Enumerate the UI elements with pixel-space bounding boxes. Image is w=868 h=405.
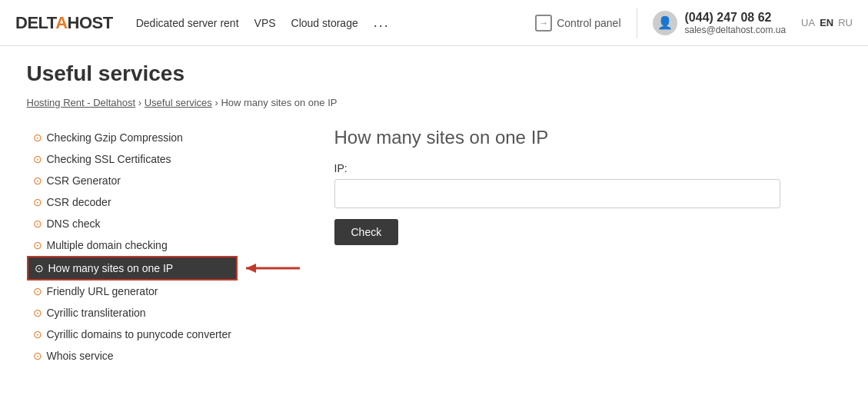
header-divider — [637, 8, 637, 38]
control-panel-label: Control panel — [557, 17, 620, 29]
sidebar-label-4: DNS check — [47, 217, 101, 230]
sidebar-label-8: Cyrillic transliteration — [47, 307, 146, 319]
lang-en[interactable]: EN — [820, 17, 833, 28]
check-button[interactable]: Check — [334, 219, 399, 245]
logo[interactable]: DELTAHOST — [15, 13, 113, 33]
red-arrow-icon — [242, 261, 304, 276]
gear-icon-0: ⊙ — [33, 131, 42, 144]
gear-icon-6: ⊙ — [35, 262, 44, 274]
lang-ru[interactable]: RU — [838, 17, 853, 28]
gear-icon-3: ⊙ — [33, 196, 42, 208]
sidebar-item-cyrillic-punycode[interactable]: ⊙ Cyrillic domains to punycode converter — [27, 324, 304, 345]
sidebar: ⊙ Checking Gzip Compression ⊙ Checking S… — [27, 127, 304, 367]
sidebar-item-ssl[interactable]: ⊙ Checking SSL Certificates — [27, 148, 304, 170]
breadcrumb-current: How many sites on one IP — [221, 97, 337, 108]
gear-icon-10: ⊙ — [33, 350, 42, 362]
nav-more-dots[interactable]: ... — [374, 15, 390, 31]
sidebar-label-3: CSR decoder — [47, 196, 111, 208]
ip-label: IP: — [334, 162, 842, 174]
sidebar-item-gzip[interactable]: ⊙ Checking Gzip Compression — [27, 127, 304, 148]
control-panel-icon: → — [535, 15, 552, 32]
sidebar-label-2: CSR Generator — [47, 174, 121, 187]
breadcrumb: Hosting Rent - Deltahost › Useful servic… — [27, 97, 842, 108]
person-icon: 👤 — [653, 11, 677, 35]
sidebar-label-5: Multiple domain checking — [47, 239, 168, 251]
sidebar-active-row: ⊙ How many sites on one IP — [27, 256, 304, 281]
main-area: How many sites on one IP IP: Check — [334, 127, 842, 367]
breadcrumb-useful-services[interactable]: Useful services — [145, 97, 212, 108]
gear-icon-2: ⊙ — [33, 174, 42, 187]
sidebar-label-6: How many sites on one IP — [48, 262, 174, 274]
breadcrumb-home[interactable]: Hosting Rent - Deltahost — [27, 97, 136, 108]
email-address: sales@deltahost.com.ua — [685, 25, 787, 35]
lang-ua[interactable]: UA — [801, 17, 815, 28]
main-nav: Dedicated server rent VPS Cloud storage … — [136, 15, 536, 31]
phone-number: (044) 247 08 62 — [685, 11, 787, 25]
gear-icon-7: ⊙ — [33, 285, 42, 297]
header: DELTAHOST Dedicated server rent VPS Clou… — [0, 0, 868, 46]
ip-input[interactable] — [334, 179, 780, 208]
nav-cloud-storage[interactable]: Cloud storage — [291, 17, 358, 29]
nav-vps[interactable]: VPS — [254, 17, 276, 29]
sidebar-label-9: Cyrillic domains to punycode converter — [47, 328, 231, 340]
sidebar-item-cyrillic-trans[interactable]: ⊙ Cyrillic transliteration — [27, 302, 304, 324]
gear-icon-8: ⊙ — [33, 307, 42, 319]
sidebar-item-whois[interactable]: ⊙ Whois service — [27, 345, 304, 367]
sidebar-item-friendly-url[interactable]: ⊙ Friendly URL generator — [27, 281, 304, 302]
sidebar-item-multi-domain[interactable]: ⊙ Multiple domain checking — [27, 234, 304, 256]
lang-switcher: UA EN RU — [801, 17, 853, 28]
sidebar-item-csr-dec[interactable]: ⊙ CSR decoder — [27, 191, 304, 213]
gear-icon-5: ⊙ — [33, 239, 42, 251]
sidebar-item-csr-gen[interactable]: ⊙ CSR Generator — [27, 170, 304, 191]
gear-icon-4: ⊙ — [33, 217, 42, 230]
page-title: Useful services — [27, 61, 842, 86]
tool-title: How many sites on one IP — [334, 127, 842, 148]
main-layout: ⊙ Checking Gzip Compression ⊙ Checking S… — [27, 127, 842, 367]
phone-email-block: (044) 247 08 62 sales@deltahost.com.ua — [685, 11, 787, 35]
nav-dedicated-server[interactable]: Dedicated server rent — [136, 17, 239, 29]
sidebar-item-dns[interactable]: ⊙ DNS check — [27, 213, 304, 234]
sidebar-label-1: Checking SSL Certificates — [47, 153, 171, 165]
page-content: Useful services Hosting Rent - Deltahost… — [12, 46, 857, 382]
control-panel-link[interactable]: → Control panel — [535, 15, 620, 32]
sidebar-label-7: Friendly URL generator — [47, 285, 158, 297]
gear-icon-1: ⊙ — [33, 153, 42, 165]
svg-marker-1 — [246, 264, 256, 273]
contact-info: 👤 (044) 247 08 62 sales@deltahost.com.ua — [653, 11, 787, 35]
sidebar-label-0: Checking Gzip Compression — [47, 131, 183, 144]
breadcrumb-sep1: › — [138, 97, 145, 108]
gear-icon-9: ⊙ — [33, 328, 42, 340]
header-right: → Control panel 👤 (044) 247 08 62 sales@… — [535, 8, 853, 38]
sidebar-item-how-many-sites[interactable]: ⊙ How many sites on one IP — [27, 256, 238, 281]
sidebar-label-10: Whois service — [47, 350, 114, 362]
